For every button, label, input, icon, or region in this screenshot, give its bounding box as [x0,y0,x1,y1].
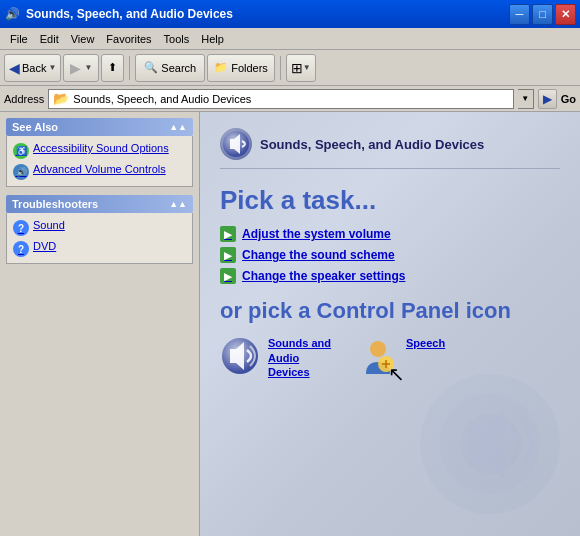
address-folder-icon: 📂 [53,91,69,106]
address-go-arrow[interactable]: ▶ [538,89,557,109]
menu-tools[interactable]: Tools [158,31,196,47]
troubleshooters-content: ? Sound ? DVD [6,213,193,264]
address-input-wrap: 📂 [48,89,513,109]
folders-label: Folders [231,62,268,74]
folders-button[interactable]: 📁 Folders [207,54,275,82]
address-label: Address [4,93,44,105]
dvd-troubleshooter-icon: ? [13,241,29,257]
speech-label: Speech [406,336,445,350]
task-arrow-2: ▶ [220,268,236,284]
sounds-audio-devices-item[interactable]: Sounds and Audio Devices [220,336,338,379]
advanced-volume-label: Advanced Volume Controls [33,163,166,175]
task-label-1: Change the sound scheme [242,248,395,262]
accessibility-icon: ♿ [13,143,29,159]
address-input[interactable] [73,93,508,105]
left-panel: See Also ▲▲ ♿ Accessibility Sound Option… [0,112,200,536]
toolbar-separator-2 [280,56,281,80]
menu-view[interactable]: View [65,31,101,47]
toolbar-separator-1 [129,56,130,80]
task-label-2: Change the speaker settings [242,269,405,283]
svg-point-0 [420,374,560,514]
address-bar: Address 📂 ▼ ▶ Go [0,86,580,112]
speech-item[interactable]: Speech ↖ [358,336,445,376]
background-watermark [410,364,570,526]
task-item-0[interactable]: ▶ Adjust the system volume [220,226,560,242]
svg-point-2 [460,414,520,474]
troubleshooters-collapse-icon[interactable]: ▲▲ [169,199,187,209]
task-arrow-0: ▶ [220,226,236,242]
close-button[interactable]: ✕ [555,4,576,25]
sound-troubleshooter-link[interactable]: ? Sound [13,219,186,236]
sounds-audio-label: Sounds and Audio Devices [268,336,338,379]
svg-point-5 [370,341,386,357]
views-icon: ⊞ [291,60,303,76]
accessibility-sound-options-link[interactable]: ♿ Accessibility Sound Options [13,142,186,159]
folders-icon: 📁 [214,61,228,74]
task-item-1[interactable]: ▶ Change the sound scheme [220,247,560,263]
speech-icon [358,336,398,376]
svg-point-1 [440,394,540,494]
or-pick-title: or pick a Control Panel icon [220,298,560,324]
address-dropdown-button[interactable]: ▼ [518,89,534,109]
see-also-title: See Also [12,121,58,133]
task-item-2[interactable]: ▶ Change the speaker settings [220,268,560,284]
task-arrow-1: ▶ [220,247,236,263]
back-button[interactable]: ◀ Back ▼ [4,54,61,82]
see-also-content: ♿ Accessibility Sound Options 🔊 Advanced… [6,136,193,187]
forward-button[interactable]: ▶ ▼ [63,54,99,82]
back-arrow-icon: ◀ [9,60,20,76]
views-button[interactable]: ⊞ ▼ [286,54,316,82]
sounds-audio-icon [220,336,260,376]
title-bar-icon: 🔊 [4,6,20,22]
right-panel-title: Sounds, Speech, and Audio Devices [260,137,484,152]
go-label[interactable]: Go [561,93,576,105]
toolbar: ◀ Back ▼ ▶ ▼ ⬆ 🔍 Search 📁 Folders ⊞ ▼ [0,50,580,86]
views-dropdown-icon: ▼ [303,63,311,72]
search-icon: 🔍 [144,61,158,74]
sound-troubleshooter-label: Sound [33,219,65,231]
go-right-arrow-icon: ▶ [543,92,552,106]
dvd-troubleshooter-label: DVD [33,240,56,252]
right-panel-header: Sounds, Speech, and Audio Devices [220,128,560,169]
title-bar-buttons: ─ □ ✕ [509,4,576,25]
troubleshooters-section: Troubleshooters ▲▲ ? Sound ? DVD [6,195,193,264]
pick-a-task-title: Pick a task... [220,185,560,216]
up-icon: ⬆ [108,61,117,74]
forward-dropdown-icon: ▼ [84,63,92,72]
sound-troubleshooter-icon: ? [13,220,29,236]
search-label: Search [161,62,196,74]
forward-icon: ▶ [70,60,81,76]
minimize-button[interactable]: ─ [509,4,530,25]
see-also-collapse-icon[interactable]: ▲▲ [169,122,187,132]
back-dropdown-icon: ▼ [48,63,56,72]
title-bar-title: Sounds, Speech, and Audio Devices [26,7,509,21]
advanced-volume-icon: 🔊 [13,164,29,180]
dvd-troubleshooter-link[interactable]: ? DVD [13,240,186,257]
control-panel-icons-row: Sounds and Audio Devices Speec [220,336,560,379]
menu-favorites[interactable]: Favorites [100,31,157,47]
main-area: See Also ▲▲ ♿ Accessibility Sound Option… [0,112,580,536]
title-bar: 🔊 Sounds, Speech, and Audio Devices ─ □ … [0,0,580,28]
menu-bar: File Edit View Favorites Tools Help [0,28,580,50]
task-label-0: Adjust the system volume [242,227,391,241]
right-panel: Sounds, Speech, and Audio Devices Pick a… [200,112,580,536]
menu-help[interactable]: Help [195,31,230,47]
accessibility-link-label: Accessibility Sound Options [33,142,169,154]
search-button[interactable]: 🔍 Search [135,54,205,82]
up-button[interactable]: ⬆ [101,54,124,82]
maximize-button[interactable]: □ [532,4,553,25]
menu-edit[interactable]: Edit [34,31,65,47]
see-also-header[interactable]: See Also ▲▲ [6,118,193,136]
right-header-icon [220,128,252,160]
back-label: Back [22,62,46,74]
menu-file[interactable]: File [4,31,34,47]
see-also-section: See Also ▲▲ ♿ Accessibility Sound Option… [6,118,193,187]
troubleshooters-header[interactable]: Troubleshooters ▲▲ [6,195,193,213]
troubleshooters-title: Troubleshooters [12,198,98,210]
advanced-volume-link[interactable]: 🔊 Advanced Volume Controls [13,163,186,180]
